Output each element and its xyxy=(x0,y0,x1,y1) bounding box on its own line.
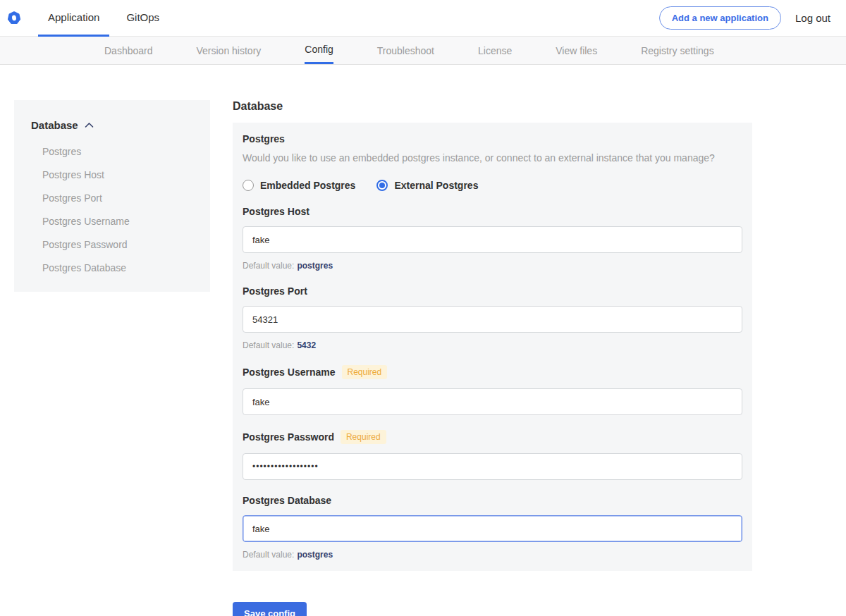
subtab-dashboard[interactable]: Dashboard xyxy=(104,37,153,64)
default-value-text: postgres xyxy=(297,261,333,271)
sidebar-group-database[interactable]: Database xyxy=(23,119,202,131)
add-application-button[interactable]: Add a new application xyxy=(659,6,781,30)
postgres-username-input[interactable] xyxy=(243,388,742,415)
app-subnav: Dashboard Version history Config Trouble… xyxy=(0,37,846,65)
subtab-registry-settings[interactable]: Registry settings xyxy=(641,37,713,64)
postgres-host-input[interactable] xyxy=(243,226,742,253)
sidebar-item-postgres-port[interactable]: Postgres Port xyxy=(23,183,202,207)
radio-embedded-label: Embedded Postgres xyxy=(260,180,355,191)
sidebar-item-postgres-host[interactable]: Postgres Host xyxy=(23,160,202,183)
config-main: Database Postgres Would you like to use … xyxy=(233,100,752,616)
subtab-troubleshoot[interactable]: Troubleshoot xyxy=(377,37,434,64)
top-navbar: Application GitOps Add a new application… xyxy=(0,0,846,37)
group-title: Postgres xyxy=(243,133,742,144)
default-value-label: Default value: xyxy=(243,550,294,560)
postgres-mode-radio-group: Embedded Postgres External Postgres xyxy=(243,180,742,191)
default-value-hint: Default value:5432 xyxy=(243,340,742,350)
default-value-label: Default value: xyxy=(243,261,294,271)
save-config-button[interactable]: Save config xyxy=(233,602,307,616)
field-postgres-database: Postgres Database Default value:postgres xyxy=(243,495,742,560)
radio-checked-icon xyxy=(376,180,388,191)
radio-external-label: External Postgres xyxy=(394,180,478,191)
subtab-config[interactable]: Config xyxy=(305,37,333,64)
subtab-version-history[interactable]: Version history xyxy=(197,37,262,64)
config-sidebar: Database Postgres Postgres Host Postgres… xyxy=(14,100,210,292)
sidebar-item-postgres-password[interactable]: Postgres Password xyxy=(23,230,202,253)
radio-external-postgres[interactable]: External Postgres xyxy=(376,180,478,191)
field-postgres-password: Postgres Password Required xyxy=(243,430,742,480)
default-value-text: 5432 xyxy=(297,340,316,350)
section-heading: Database xyxy=(233,100,752,113)
field-label: Postgres Port xyxy=(243,285,307,297)
subtab-license[interactable]: License xyxy=(478,37,512,64)
radio-embedded-postgres[interactable]: Embedded Postgres xyxy=(243,180,355,191)
field-label: Postgres Host xyxy=(243,206,309,217)
sidebar-group-label: Database xyxy=(31,119,78,131)
default-value-label: Default value: xyxy=(243,340,294,350)
field-label: Postgres Database xyxy=(243,495,331,506)
group-description: Would you like to use an embedded postgr… xyxy=(243,152,742,164)
postgres-port-input[interactable] xyxy=(243,306,742,333)
postgres-password-input[interactable] xyxy=(243,453,742,480)
topnav-actions: Add a new application Log out xyxy=(659,6,830,30)
app-logo-icon[interactable] xyxy=(7,11,21,25)
chevron-up-icon xyxy=(85,122,94,128)
tab-gitops-label: GitOps xyxy=(126,11,159,23)
default-value-hint: Default value:postgres xyxy=(243,261,742,271)
tab-gitops[interactable]: GitOps xyxy=(116,0,169,37)
config-group-panel: Postgres Would you like to use an embedd… xyxy=(233,123,752,571)
default-value-text: postgres xyxy=(297,550,333,560)
radio-unchecked-icon xyxy=(243,180,254,191)
page-content: Database Postgres Postgres Host Postgres… xyxy=(0,65,846,616)
sidebar-item-postgres[interactable]: Postgres xyxy=(23,137,202,160)
subtab-view-files[interactable]: View files xyxy=(556,37,597,64)
field-label: Postgres Password xyxy=(243,431,334,443)
required-badge: Required xyxy=(341,430,386,444)
field-postgres-port: Postgres Port Default value:5432 xyxy=(243,285,742,350)
default-value-hint: Default value:postgres xyxy=(243,550,742,560)
field-label: Postgres Username xyxy=(243,366,336,378)
tab-application-label: Application xyxy=(48,11,99,23)
top-tabs: Application GitOps xyxy=(38,0,176,37)
logout-link[interactable]: Log out xyxy=(795,12,830,24)
sidebar-item-postgres-database[interactable]: Postgres Database xyxy=(23,253,202,276)
field-postgres-host: Postgres Host Default value:postgres xyxy=(243,206,742,271)
required-badge: Required xyxy=(342,365,388,379)
field-postgres-username: Postgres Username Required xyxy=(243,365,742,415)
tab-application[interactable]: Application xyxy=(38,0,109,37)
sidebar-item-list: Postgres Postgres Host Postgres Port Pos… xyxy=(23,137,202,276)
postgres-database-input[interactable] xyxy=(243,515,742,542)
sidebar-item-postgres-username[interactable]: Postgres Username xyxy=(23,207,202,230)
